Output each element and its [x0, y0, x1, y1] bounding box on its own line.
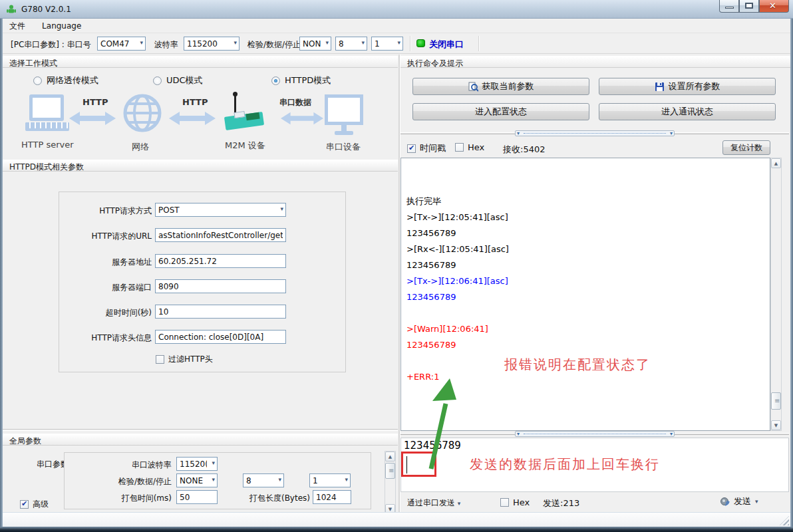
global-stopbits-select[interactable]: 1 — [309, 473, 351, 487]
baud-select[interactable]: 115200 — [184, 37, 239, 51]
global-parity-select[interactable]: NONE — [176, 473, 218, 487]
close-button[interactable]: ✕ — [759, 0, 789, 13]
scroll-up-icon[interactable]: ▲ — [771, 158, 781, 168]
reset-count-button[interactable]: 复位计数 — [722, 140, 770, 155]
com-port-select[interactable]: COM47 — [97, 37, 146, 51]
send-via-serial-dropdown[interactable]: 通过串口发送 ▾ — [407, 497, 460, 509]
button-label: 获取当前参数 — [482, 80, 534, 92]
menu-language[interactable]: Language — [35, 19, 88, 34]
http-method-label: HTTP请求方式 — [40, 205, 152, 217]
log-line: >[Tx->][12:06:41][asc] — [401, 273, 770, 289]
laptop-icon — [29, 94, 64, 121]
log-line: 执行完毕 — [401, 194, 770, 209]
diagram-link-label: 串口数据 — [279, 97, 311, 108]
button-label: 复位计数 — [730, 142, 762, 154]
minimize-button[interactable] — [719, 0, 739, 13]
global-baud-select[interactable]: 11520( — [176, 457, 218, 471]
button-label: 进入通讯状态 — [661, 106, 713, 118]
enter-comm-button[interactable]: 进入通讯状态 — [599, 103, 776, 120]
filter-http-checkbox[interactable]: 过滤HTTP头 — [156, 354, 213, 365]
send-button[interactable]: 发送 ▾ — [720, 495, 758, 507]
http-method-select[interactable]: POST — [155, 203, 286, 217]
recv-hex-checkbox[interactable]: Hex — [455, 142, 484, 152]
log-line: >[Rx<-][12:05:41][asc] — [401, 241, 770, 257]
server-port-input[interactable] — [155, 279, 286, 293]
minimize-icon — [725, 7, 734, 9]
http-url-input[interactable] — [155, 228, 286, 242]
timeout-input[interactable] — [155, 305, 286, 319]
work-mode-header: 选择工作模式 — [3, 56, 398, 68]
left-panel-scrollbar[interactable]: ▲ ▼ — [385, 451, 396, 515]
panel-divider — [398, 55, 400, 527]
radio-net-transparent[interactable]: 网络透传模式 — [33, 74, 98, 86]
app-window: G780 V2.0.1 ✕ 文件 Language [PC串口参数] : 串口号… — [0, 0, 793, 532]
menu-file[interactable]: 文件 — [3, 19, 32, 33]
button-label: 发送 — [734, 495, 751, 507]
sent-count-label: 发送:213 — [543, 497, 579, 509]
checkbox-icon — [455, 143, 464, 152]
log-line: 123456789 — [401, 257, 770, 273]
resize-grip[interactable] — [780, 516, 789, 525]
pack-time-input[interactable] — [176, 490, 218, 504]
maximize-button[interactable] — [739, 0, 759, 13]
log-scrollbar[interactable]: ▲ ▼ — [770, 158, 782, 431]
timeout-label: 超时时间(秒) — [40, 307, 152, 319]
magnifier-icon — [468, 82, 478, 92]
server-address-label: 服务器地址 — [40, 257, 152, 268]
get-params-button[interactable]: 获取当前参数 — [412, 78, 589, 95]
global-databits-select[interactable]: 8 — [243, 473, 284, 487]
splitter-handle[interactable]: ▾ ▾ — [515, 130, 675, 136]
pack-length-input[interactable] — [313, 490, 351, 504]
checkbox-label: 高级 — [33, 499, 49, 510]
checkbox-label: 时间戳 — [420, 142, 446, 154]
advanced-checkbox[interactable]: 高级 — [20, 499, 49, 510]
checkbox-icon — [156, 355, 164, 364]
databits-select[interactable]: 8 — [335, 37, 367, 51]
collapse-icon: ▾ — [669, 432, 674, 436]
chevron-down-icon: ▾ — [755, 498, 758, 505]
stopbits-select[interactable]: 1 — [371, 37, 403, 51]
diagram-node-label: 串口设备 — [326, 141, 361, 153]
radio-icon — [153, 76, 162, 85]
scrollbar-thumb[interactable] — [771, 392, 781, 410]
scroll-down-icon[interactable]: ▼ — [771, 420, 781, 430]
collapse-icon: ▾ — [516, 432, 521, 436]
set-params-button[interactable]: 设置所有参数 — [599, 78, 776, 95]
parity-select[interactable]: NONI — [299, 37, 331, 51]
http-url-label: HTTP请求的URL — [40, 231, 152, 242]
scrollbar-thumb[interactable] — [385, 463, 395, 479]
timestamp-checkbox[interactable]: 时间戳 — [407, 142, 446, 154]
command-panel-header: 执行命令及提示 — [400, 56, 790, 68]
send-hex-checkbox[interactable]: Hex — [500, 497, 530, 507]
server-address-input[interactable] — [155, 254, 286, 268]
scroll-up-icon[interactable]: ▲ — [385, 452, 395, 462]
globe-icon — [122, 93, 162, 133]
request-header-label: HTTP请求头信息 — [40, 332, 152, 344]
checkbox-icon — [407, 144, 416, 153]
request-header-input[interactable] — [155, 330, 286, 344]
radio-label: 网络透传模式 — [47, 74, 98, 86]
radio-httpd-mode[interactable]: HTTPD模式 — [271, 74, 331, 86]
save-icon — [655, 82, 665, 92]
checkbox-label: 过滤HTTP头 — [168, 354, 213, 365]
double-arrow-icon — [281, 110, 323, 126]
double-arrow-icon — [69, 110, 116, 126]
checkbox-icon — [500, 498, 509, 507]
radio-icon — [33, 76, 42, 85]
title-bar: G780 V2.0.1 ✕ — [0, 0, 793, 19]
log-line: 123456789 — [401, 337, 770, 353]
log-line: 123456789 — [401, 289, 770, 305]
diagram-node-label: M2M 设备 — [225, 140, 265, 152]
checkbox-icon — [20, 500, 29, 509]
monitor-icon — [335, 131, 353, 135]
radio-udc-mode[interactable]: UDC模式 — [153, 74, 203, 86]
close-port-button[interactable]: 关闭串口 — [429, 39, 464, 51]
enter-config-button[interactable]: 进入配置状态 — [412, 103, 589, 120]
splitter-handle[interactable]: ▾ ▾ — [515, 431, 675, 437]
log-splitter[interactable]: ▾ ▾ — [400, 130, 789, 136]
diagram-node-label: HTTP server — [21, 140, 74, 150]
radio-label: UDC模式 — [166, 74, 203, 86]
window-border — [0, 527, 793, 532]
log-blank — [401, 158, 770, 194]
collapse-icon: ▾ — [669, 132, 674, 136]
